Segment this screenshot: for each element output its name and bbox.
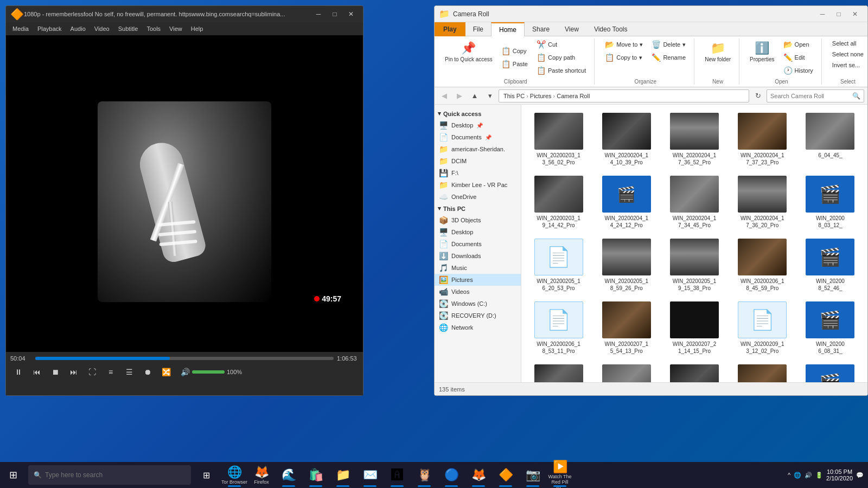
ribbon-tab-share[interactable]: Share bbox=[525, 22, 557, 36]
cut-button[interactable]: ✂️ Cut bbox=[533, 38, 590, 50]
sidebar-item-dcim[interactable]: 📁 DCIM bbox=[435, 155, 521, 167]
file-item-9[interactable]: WIN_20200206_18_45_59_Pro bbox=[730, 235, 795, 296]
rename-button[interactable]: ✏️ Rename bbox=[648, 52, 690, 63]
copy-button[interactable]: 📋 Copy bbox=[497, 45, 532, 57]
history-button[interactable]: 🕐 History bbox=[780, 65, 817, 76]
vlc-pause-button[interactable]: ⏸ bbox=[10, 365, 27, 379]
search-input[interactable] bbox=[770, 93, 852, 99]
select-none-button[interactable]: Select none bbox=[828, 49, 867, 59]
select-all-button[interactable]: Select all bbox=[828, 38, 867, 48]
file-item-13[interactable]: WIN_20200207_21_14_15_Pro bbox=[661, 298, 727, 358]
sidebar-item-network[interactable]: 🌐 Network bbox=[435, 322, 521, 333]
file-item-row0-4[interactable]: WIN_20200204_17_37_23_Pro bbox=[730, 109, 795, 170]
forward-button[interactable]: ▶ bbox=[453, 89, 466, 102]
file-item-8[interactable]: WIN_20200205_19_15_38_Pro bbox=[661, 235, 727, 296]
sidebar-item-documents[interactable]: 📄 Documents 📌 bbox=[435, 131, 521, 143]
move-to-button[interactable]: 📂 Move to ▾ bbox=[601, 38, 647, 50]
file-item-4[interactable]: WIN_20200204_17_36_20_Pro bbox=[730, 172, 795, 233]
address-path[interactable]: This PC › Pictures › Camera Roll bbox=[499, 89, 749, 102]
file-item-row0-5[interactable]: 6_04_45_ bbox=[797, 109, 863, 170]
ribbon-tab-file[interactable]: File bbox=[465, 22, 491, 36]
file-item-6[interactable]: 📄 WIN_20200205_16_20_53_Pro bbox=[526, 235, 591, 296]
vlc-stop-button[interactable]: ⏹ bbox=[47, 365, 63, 379]
file-item-15[interactable]: 🎬 WIN_202006_08_31_ bbox=[797, 298, 863, 358]
file-item-14[interactable]: 📄 WIN_20200209_13_12_02_Pro bbox=[730, 298, 795, 358]
invert-selection-button[interactable]: Invert se... bbox=[828, 60, 867, 70]
up-button[interactable]: ▲ bbox=[468, 89, 481, 102]
taskbar-app-app1[interactable]: 🔵 bbox=[438, 462, 464, 488]
file-item-20[interactable]: 🎬 WIN_202001_15_11_ bbox=[797, 361, 863, 382]
taskbar-search-input[interactable] bbox=[45, 471, 186, 479]
copy-to-button[interactable]: 📋 Copy to ▾ bbox=[601, 52, 647, 63]
sidebar-item-documents2[interactable]: 📄 Documents bbox=[435, 238, 521, 250]
file-item-17[interactable]: WIN_20200210_15_20_53_Pro bbox=[593, 361, 659, 382]
taskbar-app-firefox[interactable]: 🦊 Firefox bbox=[248, 462, 275, 488]
vlc-menu-view[interactable]: View bbox=[165, 22, 187, 35]
ribbon-tab-view[interactable]: View bbox=[557, 22, 586, 36]
sidebar-item-windows-c[interactable]: 💽 Windows (C:) bbox=[435, 298, 521, 310]
file-item-16[interactable]: WIN_20200209_18_12_42_Pro bbox=[526, 361, 591, 382]
ribbon-tab-home[interactable]: Home bbox=[491, 22, 525, 36]
vlc-menu-media[interactable]: Media bbox=[8, 22, 33, 35]
sidebar-item-recovery-d[interactable]: 💽 RECOVERY (D:) bbox=[435, 310, 521, 322]
file-item-12[interactable]: WIN_20200207_15_54_13_Pro bbox=[593, 298, 659, 358]
recent-button[interactable]: ▾ bbox=[483, 89, 496, 102]
taskbar-app-edge[interactable]: 🌊 bbox=[276, 462, 302, 488]
vlc-playlist-button[interactable]: ☰ bbox=[121, 365, 137, 379]
paste-shortcut-button[interactable]: 📋 Paste shortcut bbox=[533, 65, 590, 76]
sidebar-item-3d-objects[interactable]: 📦 3D Objects bbox=[435, 214, 521, 226]
sidebar-item-pictures[interactable]: 🖼️ Pictures bbox=[435, 274, 521, 286]
taskbar-app-store[interactable]: 🛍️ bbox=[303, 462, 329, 488]
sidebar-item-onedrive[interactable]: ☁️ OneDrive bbox=[435, 191, 521, 203]
taskbar-app-amazon[interactable]: 🅰 bbox=[384, 462, 410, 488]
file-item-row0-1[interactable]: WIN_20200203_13_56_02_Pro bbox=[526, 109, 591, 170]
vlc-loop-button[interactable]: 🔀 bbox=[158, 365, 174, 379]
back-button[interactable]: ◀ bbox=[438, 89, 451, 102]
file-item-19[interactable]: WIN_20200210_18_39_18_Pro bbox=[730, 361, 795, 382]
file-item-row0-2[interactable]: WIN_20200204_14_10_39_Pro bbox=[593, 109, 659, 170]
taskbar-app-explorer[interactable]: 📁 bbox=[330, 462, 356, 488]
start-button[interactable]: ⊞ bbox=[0, 462, 26, 488]
file-item-10[interactable]: 🎬 WIN_202008_52_46_ bbox=[797, 235, 863, 296]
vlc-prev-button[interactable]: ⏮ bbox=[29, 365, 45, 379]
task-view-button[interactable]: ⊞ bbox=[193, 462, 219, 488]
copy-path-button[interactable]: 📋 Copy path bbox=[533, 52, 590, 63]
taskbar-search[interactable]: 🔍 bbox=[28, 465, 191, 485]
tray-volume-icon[interactable]: 🔊 bbox=[805, 472, 812, 479]
vlc-menu-tools[interactable]: Tools bbox=[142, 22, 165, 35]
this-pc-header[interactable]: ▾ This PC bbox=[435, 203, 521, 214]
search-box[interactable]: 🔍 bbox=[767, 89, 864, 102]
file-item-row0-3[interactable]: WIN_20200204_17_36_52_Pro bbox=[661, 109, 727, 170]
vlc-toggle-button[interactable]: ≡ bbox=[103, 365, 119, 379]
sidebar-item-desktop[interactable]: 🖥️ Desktop 📌 bbox=[435, 119, 521, 131]
vlc-menu-playback[interactable]: Playback bbox=[33, 22, 66, 35]
explorer-close-button[interactable]: ✕ bbox=[847, 8, 863, 21]
ribbon-tab-play[interactable]: Play bbox=[435, 22, 465, 36]
ribbon-tab-videotools[interactable]: Video Tools bbox=[586, 22, 635, 36]
vlc-record-button[interactable]: ⏺ bbox=[139, 365, 156, 379]
refresh-button[interactable]: ↻ bbox=[751, 89, 764, 102]
quick-access-header[interactable]: ▾ Quick access bbox=[435, 108, 521, 119]
vlc-video-area[interactable]: 49:57 bbox=[6, 35, 363, 352]
explorer-maximize-button[interactable]: □ bbox=[831, 8, 847, 21]
vlc-menu-subtitle[interactable]: Subtitle bbox=[114, 22, 143, 35]
file-item-7[interactable]: WIN_20200205_18_59_26_Pro bbox=[593, 235, 659, 296]
taskbar-app-torbrowser[interactable]: 🌐 Tor Browser bbox=[221, 462, 247, 488]
file-item-11[interactable]: 📄 WIN_20200206_18_53_11_Pro bbox=[526, 298, 591, 358]
tray-chevron[interactable]: ^ bbox=[788, 472, 790, 478]
vlc-menu-help[interactable]: Help bbox=[187, 22, 208, 35]
vlc-progressbar[interactable] bbox=[35, 357, 334, 360]
taskbar-app-watchredpill[interactable]: ▶️ Watch The Red Pill 20... bbox=[547, 462, 573, 488]
delete-button[interactable]: 🗑️ Delete ▾ bbox=[648, 38, 690, 50]
file-item-18[interactable]: WIN_20200210_18_21_18_Pro bbox=[661, 361, 727, 382]
sidebar-item-desktop2[interactable]: 🖥️ Desktop bbox=[435, 226, 521, 238]
taskbar-app-camera[interactable]: 📷 bbox=[520, 462, 546, 488]
vlc-maximize-button[interactable]: □ bbox=[327, 8, 342, 20]
edit-button[interactable]: ✏️ Edit bbox=[780, 52, 817, 63]
pin-quick-access-button[interactable]: 📌 Pin to Quick access bbox=[441, 38, 496, 65]
open-button[interactable]: 📂 Open bbox=[780, 38, 817, 50]
taskbar-app-mail[interactable]: ✉️ bbox=[357, 462, 383, 488]
taskbar-app-app2[interactable]: 🦊 bbox=[465, 462, 492, 488]
notification-button[interactable]: 💬 bbox=[856, 472, 864, 479]
file-item-5[interactable]: 🎬 WIN_202008_03_12_ bbox=[797, 172, 863, 233]
